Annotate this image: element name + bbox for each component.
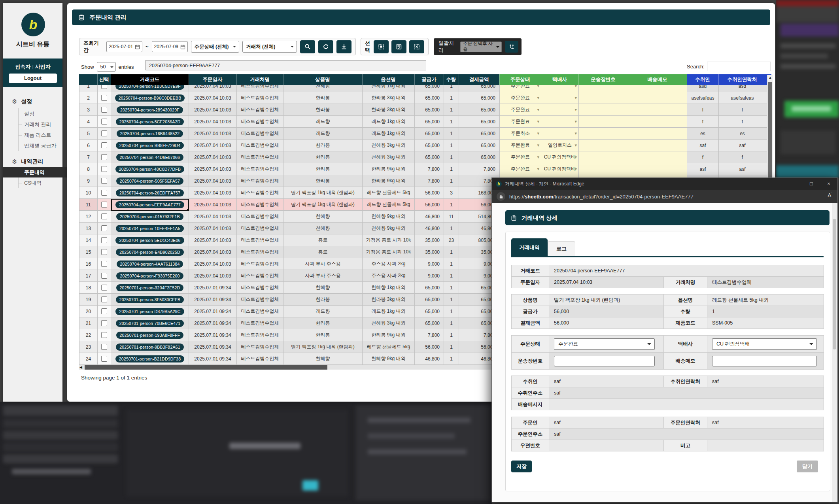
cell-order-code[interactable]: 20250701-person-3204F2E52D [111,282,189,294]
column-header[interactable]: 거래코드 [111,74,189,85]
cell-delivery-memo[interactable] [628,116,687,128]
cell-status-dropdown[interactable]: 주문완료▾ [500,104,541,116]
logout-button[interactable]: Logout [9,74,57,83]
row-checkbox[interactable] [101,261,107,267]
cell-delivery-memo[interactable] [628,92,687,104]
row-select-cell[interactable] [98,211,111,223]
cell-courier-dropdown[interactable]: ▾ [541,128,579,140]
cell-tracking-number[interactable] [579,128,628,140]
scrollbar-thumb[interactable] [85,365,327,370]
cell-order-code[interactable]: 20250701-person-3F5030CEFB [111,294,189,306]
cell-order-code[interactable]: 20250704-person-BB8FF729D4 [111,140,189,151]
cell-courier-dropdown[interactable]: ▾ [541,85,579,92]
row-select-cell[interactable] [98,140,111,151]
column-header[interactable]: 수취인연락처 [718,74,766,85]
row-checkbox[interactable] [101,285,107,291]
row-select-cell[interactable] [98,116,111,128]
row-select-cell[interactable] [98,163,111,175]
deselect-button[interactable] [409,40,424,53]
cell-order-code[interactable]: 20250704-person-0157932E1B [111,211,189,223]
popup-scrollbar[interactable] [832,203,837,502]
row-checkbox[interactable] [101,237,107,243]
row-select-cell[interactable] [98,199,111,211]
date-to-input[interactable]: 2025-07-09 [152,41,188,52]
column-header[interactable]: 결제금액 [459,74,499,85]
column-header[interactable]: 주문일자 [189,74,236,85]
column-header[interactable]: 수량 [444,74,459,85]
cell-tracking-number[interactable] [579,116,628,128]
row-checkbox[interactable] [101,119,107,125]
row-select-cell[interactable] [98,282,111,294]
column-header[interactable]: 공급가 [414,74,444,85]
row-select-cell[interactable] [98,234,111,246]
cell-delivery-memo[interactable] [628,104,687,116]
row-checkbox[interactable] [101,273,107,279]
scrollbar-thumb[interactable] [833,219,836,349]
row-checkbox[interactable] [101,95,107,101]
column-header[interactable]: 운송장번호 [578,74,628,85]
cell-courier-dropdown[interactable]: ▾ [541,116,579,128]
page-size-select[interactable]: 50 [97,62,116,72]
client-select[interactable]: 거래처 (전체) [242,41,297,53]
select-filtered-button[interactable] [391,40,406,53]
cell-order-code[interactable]: 20250704-person-44D6E87066 [111,151,189,163]
sidebar-item-products[interactable]: 제품 리스트 [19,130,63,140]
row-select-cell[interactable] [98,85,111,92]
row-checkbox[interactable] [101,320,107,326]
row-select-cell[interactable] [98,258,111,270]
row-select-cell[interactable] [98,92,111,104]
tracking-number-input[interactable] [554,356,655,366]
row-checkbox[interactable] [101,308,107,314]
row-checkbox[interactable] [101,154,107,160]
cell-order-code[interactable]: 20250704-person-289430029F [111,104,189,116]
sidebar-item-cs[interactable]: CS내역 [19,177,63,188]
download-button[interactable] [336,40,351,53]
minimize-button[interactable]: — [785,178,803,190]
row-checkbox[interactable] [101,225,107,231]
row-checkbox[interactable] [101,107,107,113]
row-checkbox[interactable] [101,344,107,350]
read-aloud-icon[interactable]: Aʹ [828,192,832,198]
cell-order-code[interactable]: 20250701-person-70BE6CE471 [111,317,189,329]
cell-status-dropdown[interactable]: 주문취소▾ [500,128,541,140]
row-select-cell[interactable] [98,128,111,140]
row-checkbox[interactable] [101,190,107,196]
row-checkbox[interactable] [101,130,107,136]
row-checkbox[interactable] [101,296,107,302]
cell-tracking-number[interactable] [579,140,628,151]
cell-courier-dropdown[interactable]: CU 편의점택배▾ [541,163,579,175]
cell-order-code[interactable]: 20250701-person-193A8F8FFF [111,329,189,341]
cell-delivery-memo[interactable] [628,140,687,151]
cell-courier-dropdown[interactable]: 일양로지스▾ [541,140,579,151]
cell-tracking-number[interactable] [579,92,628,104]
cell-order-code[interactable]: 20250704-person-F93075E200 [111,270,189,282]
row-select-cell[interactable] [98,175,111,187]
order-status-select[interactable]: 주문상태 (전체) [191,41,240,53]
cell-status-dropdown[interactable]: 주문완료▾ [500,163,541,175]
url-text[interactable]: https://sheetb.com/transaction_detail?or… [509,194,693,200]
row-checkbox[interactable] [101,85,107,89]
cell-order-code[interactable]: 20250701-person-B21DD9DF38 [111,353,189,365]
code-filter-input[interactable]: 20250704-person-EEF9AAE777 [146,60,426,70]
cell-order-code[interactable]: 20250704-person-E4B902025D [111,246,189,258]
scroll-up-icon[interactable]: ▲ [767,75,773,80]
cell-delivery-memo[interactable] [628,128,687,140]
cell-order-code[interactable]: 20250701-person-9BB3F82A61 [111,341,189,353]
cell-order-code[interactable]: 20250704-person-B96C0DEEBB [111,92,189,104]
table-search-input[interactable] [707,62,771,71]
column-header[interactable]: 주문상태 [499,74,541,85]
row-checkbox[interactable] [101,166,107,172]
row-checkbox[interactable] [101,249,107,255]
scroll-left-icon[interactable]: ◀ [79,365,82,370]
batch-action-select[interactable]: 주문 선택후 사용 [460,42,502,52]
tab-log[interactable]: 로그 [548,241,575,256]
sidebar-item-supplier-prices[interactable]: 업체별 공급가 [19,140,63,151]
cell-order-code[interactable]: 20250704-person-5CF2036A2D [111,116,189,128]
row-checkbox[interactable] [101,178,107,184]
cell-order-code[interactable]: 20250704-person-16B9448522 [111,128,189,140]
cell-status-dropdown[interactable]: 주문완료▾ [500,140,541,151]
cell-order-code[interactable]: 20250704-person-4AA7611384 [111,258,189,270]
save-button[interactable]: 저장 [511,461,532,472]
close-dialog-button[interactable]: 닫기 [797,461,818,472]
sidebar-item-settings[interactable]: 설정 [19,108,63,119]
